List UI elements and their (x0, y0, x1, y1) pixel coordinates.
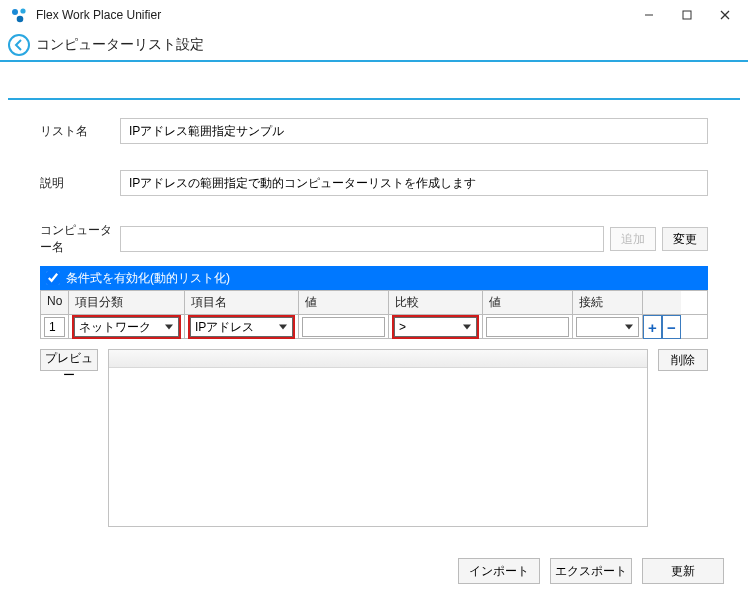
update-button[interactable]: 更新 (642, 558, 724, 584)
condition-area: 条件式を有効化(動的リスト化) No 項目分類 項目名 値 比較 値 接続 ネッ… (40, 266, 708, 339)
cond-value-input[interactable] (302, 317, 385, 337)
page-header: コンピューターリスト設定 (0, 30, 748, 60)
form-area: リスト名 説明 コンピューター名 追加 変更 (0, 100, 748, 256)
svg-point-2 (17, 16, 24, 23)
divider (0, 60, 748, 62)
cond-no-input[interactable] (44, 317, 65, 337)
condition-titlebar: 条件式を有効化(動的リスト化) (40, 266, 708, 290)
back-button[interactable] (8, 34, 30, 56)
remove-row-button[interactable]: − (662, 315, 681, 339)
export-button[interactable]: エクスポート (550, 558, 632, 584)
import-button[interactable]: インポート (458, 558, 540, 584)
delete-button[interactable]: 削除 (658, 349, 708, 371)
preview-button[interactable]: プレビュー (40, 349, 98, 371)
cond-value2-input[interactable] (486, 317, 569, 337)
svg-rect-4 (683, 11, 691, 19)
cond-item-select[interactable]: IPアドレス (190, 317, 293, 337)
computername-label: コンピューター名 (40, 222, 120, 256)
th-value2: 値 (483, 291, 573, 314)
th-item: 項目名 (185, 291, 299, 314)
preview-list-header (109, 350, 647, 368)
cond-conn-select[interactable] (576, 317, 639, 337)
window-title: Flex Work Place Unifier (36, 8, 632, 22)
close-button[interactable] (708, 4, 742, 26)
th-no: No (41, 291, 69, 314)
desc-input[interactable] (120, 170, 708, 196)
th-category: 項目分類 (69, 291, 185, 314)
th-compare: 比較 (389, 291, 483, 314)
condition-row: ネットワーク IPアドレス > + − (40, 315, 708, 339)
maximize-button[interactable] (670, 4, 704, 26)
th-conn: 接続 (573, 291, 643, 314)
cond-category-select[interactable]: ネットワーク (74, 317, 179, 337)
svg-point-1 (20, 8, 25, 13)
minimize-button[interactable] (632, 4, 666, 26)
listname-label: リスト名 (40, 123, 120, 140)
svg-point-0 (12, 9, 18, 15)
th-actions (643, 291, 681, 314)
desc-label: 説明 (40, 175, 120, 192)
add-button: 追加 (610, 227, 656, 251)
condition-header-row: No 項目分類 項目名 値 比較 値 接続 (40, 290, 708, 315)
change-button[interactable]: 変更 (662, 227, 708, 251)
listname-input[interactable] (120, 118, 708, 144)
app-icon (10, 6, 28, 24)
enable-condition-checkbox[interactable] (46, 271, 60, 285)
footer-buttons: インポート エクスポート 更新 (458, 558, 724, 584)
window-titlebar: Flex Work Place Unifier (0, 0, 748, 30)
preview-list[interactable] (108, 349, 648, 527)
cond-compare-select[interactable]: > (394, 317, 477, 337)
enable-condition-label: 条件式を有効化(動的リスト化) (66, 270, 230, 287)
page-title: コンピューターリスト設定 (36, 36, 204, 54)
computername-input[interactable] (120, 226, 604, 252)
th-value: 値 (299, 291, 389, 314)
add-row-button[interactable]: + (643, 315, 662, 339)
